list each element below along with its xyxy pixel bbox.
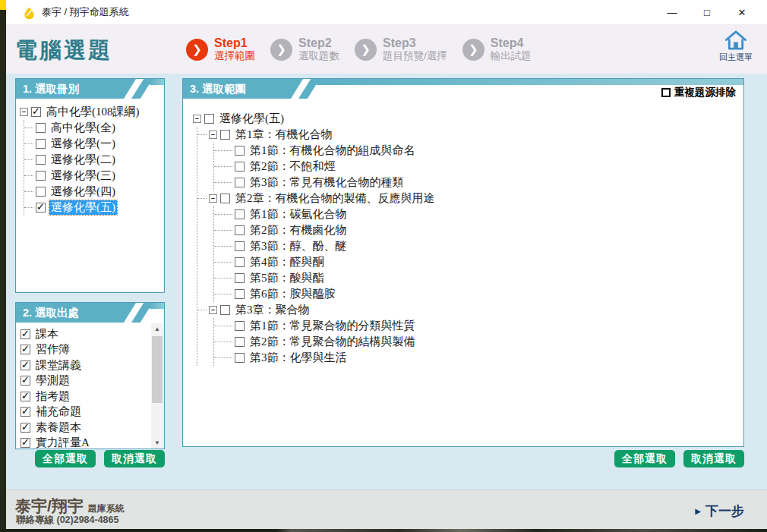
section-checkbox[interactable] xyxy=(235,321,245,331)
source-checkbox[interactable]: ✓ xyxy=(21,423,30,433)
maximize-icon[interactable]: □ xyxy=(690,1,724,24)
section-checkbox[interactable] xyxy=(235,178,245,187)
section-checkbox[interactable] xyxy=(235,146,245,156)
volume-label[interactable]: 選修化學(三) xyxy=(49,168,117,183)
chapter-row: −第2章：有機化合物的製備、反應與用途 xyxy=(197,190,743,206)
volume-root-checkbox[interactable]: ✓ xyxy=(31,107,41,117)
chapter-label[interactable]: 第1章：有機化合物 xyxy=(234,127,334,142)
section-checkbox[interactable] xyxy=(235,162,245,172)
source-checkbox[interactable]: ✓ xyxy=(21,376,30,386)
source-label[interactable]: 素養題本 xyxy=(34,420,83,435)
scrollbar[interactable]: ▲ ▼ xyxy=(151,323,163,449)
step-label: 選擇範圍 xyxy=(214,50,255,62)
collapse-toggle-icon[interactable]: − xyxy=(209,131,217,139)
section-checkbox[interactable] xyxy=(235,337,245,347)
chapter-checkbox[interactable] xyxy=(220,194,230,203)
step-4[interactable]: ❯ Step4 輸出試題 xyxy=(462,36,532,62)
scrollbar-thumb[interactable] xyxy=(152,336,163,403)
check-icon: ✓ xyxy=(21,436,30,448)
volume-checkbox[interactable]: ✓ xyxy=(36,203,46,212)
source-label[interactable]: 習作簿 xyxy=(34,342,71,357)
minimize-icon[interactable]: — xyxy=(655,1,690,24)
volume-checkbox[interactable] xyxy=(36,187,46,197)
collapse-toggle-icon[interactable]: − xyxy=(209,194,217,203)
scope-root-checkbox[interactable] xyxy=(204,114,214,124)
scope-root-label[interactable]: 選修化學(五) xyxy=(218,112,286,126)
volume-root-label[interactable]: 高中化學(108課綱) xyxy=(45,105,141,119)
section-label[interactable]: 第1節：常見聚合物的分類與性質 xyxy=(248,319,417,333)
scroll-down-icon[interactable]: ▼ xyxy=(151,437,163,449)
section-label[interactable]: 第2節：不飽和烴 xyxy=(248,159,337,174)
section-label[interactable]: 第1節：碳氫化合物 xyxy=(248,207,349,222)
volume-checkbox[interactable] xyxy=(36,123,46,133)
section-label[interactable]: 第5節：酸與酯 xyxy=(248,271,326,285)
chapter-label[interactable]: 第3章：聚合物 xyxy=(234,303,311,317)
sources-select-all-button[interactable]: 全部選取 xyxy=(35,450,96,467)
chapter-row: −第3章：聚合物 xyxy=(197,302,743,318)
tree-connector xyxy=(214,294,232,294)
step-2[interactable]: ❯ Step2 選取題數 xyxy=(270,36,339,62)
section-checkbox[interactable] xyxy=(235,273,245,283)
source-label[interactable]: 補充命題 xyxy=(34,405,83,419)
section-row: 第4節：醛與酮 xyxy=(214,254,743,270)
scroll-up-icon[interactable]: ▲ xyxy=(151,323,163,335)
section-checkbox[interactable] xyxy=(235,257,245,267)
source-checkbox[interactable]: ✓ xyxy=(21,345,30,354)
source-checkbox[interactable]: ✓ xyxy=(21,438,30,448)
section-label[interactable]: 第3節：常見有機化合物的種類 xyxy=(248,175,406,190)
scope-deselect-all-button[interactable]: 取消選取 xyxy=(683,450,744,467)
volume-label[interactable]: 選修化學(二) xyxy=(49,153,117,167)
section-checkbox[interactable] xyxy=(235,209,245,219)
tree-connector xyxy=(214,150,232,151)
source-checkbox[interactable]: ✓ xyxy=(21,392,30,401)
section-label[interactable]: 第2節：有機鹵化物 xyxy=(248,223,349,238)
volume-label[interactable]: 選修化學(五) xyxy=(49,200,117,215)
tree-row: 選修化學(四) xyxy=(24,184,163,200)
collapse-toggle-icon[interactable]: − xyxy=(20,108,28,116)
dedupe-checkbox[interactable]: 重複題源排除 xyxy=(661,86,736,99)
volume-checkbox[interactable] xyxy=(36,139,46,149)
tree-row: 高中化學(全) xyxy=(24,120,163,136)
section-label[interactable]: 第6節：胺與醯胺 xyxy=(248,287,337,301)
volume-tree: −✓高中化學(108課綱)高中化學(全)選修化學(一)選修化學(二)選修化學(三… xyxy=(16,99,164,216)
volume-label[interactable]: 高中化學(全) xyxy=(49,121,117,135)
section-checkbox[interactable] xyxy=(235,225,245,235)
source-label[interactable]: 課堂講義 xyxy=(34,358,83,373)
collapse-toggle-icon[interactable]: − xyxy=(193,115,201,123)
section-checkbox[interactable] xyxy=(235,289,245,299)
source-checkbox[interactable]: ✓ xyxy=(21,407,30,417)
source-label[interactable]: 課本 xyxy=(34,327,60,342)
source-checkbox[interactable]: ✓ xyxy=(21,360,30,370)
home-button[interactable]: 回主選單 xyxy=(714,29,758,63)
section-label[interactable]: 第2節：常見聚合物的結構與製備 xyxy=(248,335,417,349)
volume-checkbox[interactable] xyxy=(36,171,46,181)
source-label[interactable]: 學測題 xyxy=(34,373,71,388)
source-checkbox[interactable]: ✓ xyxy=(21,329,30,339)
scope-select-all-button[interactable]: 全部選取 xyxy=(614,450,675,467)
tree-children: 高中化學(全)選修化學(一)選修化學(二)選修化學(三)選修化學(四)✓選修化學… xyxy=(24,120,163,216)
panel-volumes-header: 1. 選取冊別 xyxy=(16,79,164,99)
sources-button-row: 全部選取 取消選取 xyxy=(15,450,165,467)
chapter-checkbox[interactable] xyxy=(220,130,230,140)
chapter-checkbox[interactable] xyxy=(220,305,230,315)
section-label[interactable]: 第4節：醛與酮 xyxy=(248,255,326,269)
step-3[interactable]: ❯ Step3 題目預覽/選擇 xyxy=(355,36,447,62)
collapse-toggle-icon[interactable]: − xyxy=(209,306,217,314)
section-label[interactable]: 第3節：醇、酚、醚 xyxy=(248,239,349,253)
volume-checkbox[interactable] xyxy=(36,155,46,165)
source-label[interactable]: 指考題 xyxy=(34,389,71,404)
section-checkbox[interactable] xyxy=(235,353,245,363)
tree-connector xyxy=(214,357,232,358)
volume-label[interactable]: 選修化學(四) xyxy=(49,184,117,199)
step-1[interactable]: ❯ Step1 選擇範圍 xyxy=(186,36,255,62)
check-icon: ✓ xyxy=(21,359,30,370)
section-label[interactable]: 第3節：化學與生活 xyxy=(248,351,349,365)
section-checkbox[interactable] xyxy=(235,241,245,251)
sources-deselect-all-button[interactable]: 取消選取 xyxy=(104,450,165,467)
section-label[interactable]: 第1節：有機化合物的組成與命名 xyxy=(248,143,417,158)
close-icon[interactable]: ✕ xyxy=(724,1,759,24)
chapter-label[interactable]: 第2章：有機化合物的製備、反應與用途 xyxy=(234,191,437,206)
source-label[interactable]: 實力評量A xyxy=(34,436,91,449)
volume-label[interactable]: 選修化學(一) xyxy=(49,137,117,151)
next-step-button[interactable]: ▶ 下一步 xyxy=(695,502,744,520)
